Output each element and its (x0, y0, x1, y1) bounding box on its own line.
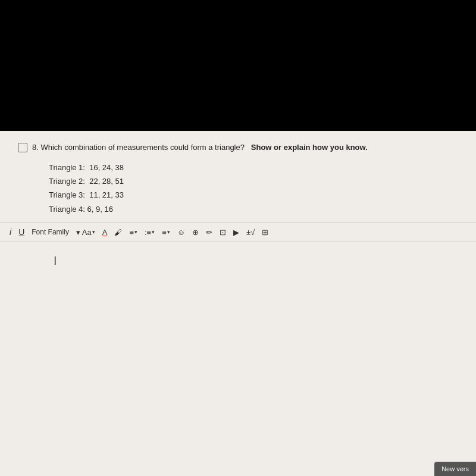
paint-bucket-button[interactable]: 🖌 (112, 227, 124, 238)
image-icon: ⊡ (220, 228, 226, 237)
font-color-button[interactable]: A (100, 227, 110, 238)
triangle-2-values: 22, 28, 51 (89, 177, 124, 186)
table-icon: ⊞ (262, 228, 268, 237)
list-item: Triangle 1: 16, 24, 38 (49, 161, 458, 174)
list-item: Triangle 4: 6, 9, 16 (49, 202, 458, 216)
font-family-button[interactable]: Font Family (29, 227, 71, 237)
pencil-button[interactable]: ✏ (203, 227, 215, 238)
question-bold: Show or explain how you know. (251, 143, 368, 152)
video-icon: ▶ (233, 228, 239, 237)
video-button[interactable]: ▶ (231, 227, 242, 238)
triangle-1-values: 16, 24, 38 (89, 163, 124, 172)
text-cursor: I (54, 254, 57, 268)
triangle-2-label: Triangle 2: (49, 177, 89, 186)
link-button[interactable]: ⊕ (190, 227, 201, 238)
formula-icon: ±√ (246, 228, 255, 237)
dropdown-arrow: ▾ (92, 229, 95, 235)
pencil-icon: ✏ (206, 228, 212, 237)
triangle-list: Triangle 1: 16, 24, 38 Triangle 2: 22, 2… (18, 161, 458, 217)
italic-button[interactable]: i (7, 226, 14, 238)
new-version-label: New vers (441, 465, 469, 472)
paint-bucket-icon: 🖌 (114, 228, 122, 237)
triangle-4-label: Triangle 4: (49, 205, 87, 214)
question-body: Which combination of measurements could … (40, 143, 245, 152)
list-item: Triangle 2: 22, 28, 51 (49, 174, 458, 188)
toolbar: i U Font Family ▾ Aa▾ A 🖌 ≡▾ :≡▾ ≡▾ ☺ ⊕ (0, 222, 476, 242)
new-version-bar[interactable]: New vers (434, 462, 476, 476)
top-black-bar (0, 0, 476, 131)
answer-area[interactable]: I (0, 242, 476, 331)
font-family-label: Font Family (32, 228, 69, 236)
question-icon (18, 143, 27, 152)
question-text: 8. Which combination of measurements cou… (32, 142, 368, 154)
triangle-4-values: 6, 9, 16 (87, 205, 113, 214)
question-number: 8. (32, 143, 39, 152)
table-button[interactable]: ⊞ (259, 227, 271, 238)
numbered-list-dropdown[interactable]: :≡▾ (142, 227, 157, 238)
image-button[interactable]: ⊡ (217, 227, 228, 238)
emoji-icon: ☺ (177, 228, 185, 237)
font-size-dropdown[interactable]: ▾ Aa▾ (74, 227, 98, 238)
emoji-button[interactable]: ☺ (175, 227, 187, 238)
font-size-label: ▾ Aa (76, 228, 92, 237)
bullet-list-dropdown[interactable]: ≡▾ (159, 227, 173, 238)
numbered-list-icon: :≡ (145, 228, 151, 237)
align-dropdown[interactable]: ≡▾ (127, 227, 140, 238)
list-item: Triangle 3: 11, 21, 33 (49, 188, 458, 202)
content-area: 8. Which combination of measurements cou… (0, 131, 476, 476)
triangle-3-values: 11, 21, 33 (89, 190, 124, 199)
question-row: 8. Which combination of measurements cou… (18, 142, 458, 154)
triangle-1-label: Triangle 1: (49, 163, 89, 172)
font-color-icon: A (102, 228, 108, 237)
underline-button[interactable]: U (16, 226, 27, 238)
link-icon: ⊕ (192, 228, 199, 237)
align-icon: ≡ (129, 228, 134, 237)
bullet-list-icon: ≡ (162, 228, 167, 237)
triangle-3-label: Triangle 3: (49, 190, 89, 199)
question-section: 8. Which combination of measurements cou… (0, 131, 476, 222)
formula-button[interactable]: ±√ (244, 227, 257, 238)
